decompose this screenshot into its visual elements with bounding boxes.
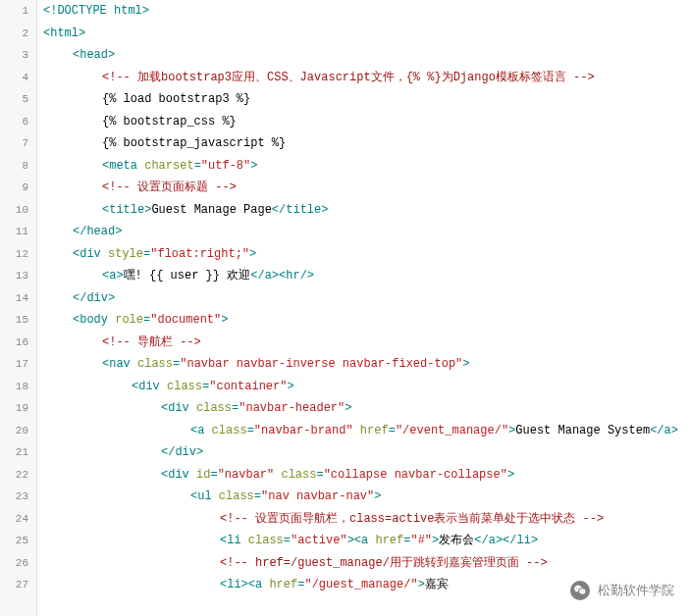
line-number: 10 xyxy=(0,199,36,222)
token-tpl: {% load bootstrap3 %} xyxy=(102,92,250,106)
token-attr-n: href xyxy=(360,424,389,437)
token-attr-v: "container" xyxy=(209,380,287,393)
code-line: </div> xyxy=(43,441,690,464)
code-line: <div class="navbar-header"> xyxy=(43,397,690,420)
token-tag: ><a xyxy=(347,534,376,547)
line-number: 6 xyxy=(0,111,36,133)
code-line: {% bootstrap_javascript %} xyxy=(43,132,690,155)
token-tag: <head> xyxy=(73,48,115,62)
line-number: 3 xyxy=(0,44,36,67)
token-attr-n: class xyxy=(167,380,202,393)
token-tag: > xyxy=(374,489,381,503)
line-number: 11 xyxy=(0,221,36,243)
code-line: <a>嘿! {{ user }} 欢迎</a><hr/> xyxy=(43,265,690,287)
token-cmt: <!-- 加载bootstrap3应用、CSS、Javascript文件，{% … xyxy=(102,71,595,84)
line-number: 17 xyxy=(0,353,36,376)
token-tag: = xyxy=(210,468,217,482)
line-number: 16 xyxy=(0,332,36,354)
line-number: 26 xyxy=(0,552,36,575)
token-tag: </title> xyxy=(272,203,329,217)
line-number: 18 xyxy=(0,376,36,398)
token-attr-v: "#" xyxy=(410,534,432,547)
token-tag xyxy=(353,424,360,437)
token-tag: <title> xyxy=(102,203,151,217)
token-attr-n: class xyxy=(137,357,173,371)
token-tag: > xyxy=(462,357,469,371)
token-tag: = xyxy=(284,534,291,547)
code-line: <head> xyxy=(43,44,690,67)
token-attr-v: "collapse navbar-collapse" xyxy=(324,468,507,482)
token-tag: = xyxy=(316,468,323,482)
token-attr-v: "active" xyxy=(291,534,347,547)
token-attr-n: role xyxy=(115,313,143,327)
token-attr-v: "navbar" xyxy=(218,468,275,482)
watermark-text: 松勤软件学院 xyxy=(598,582,674,599)
token-tag: = xyxy=(194,159,201,173)
code-line: <!-- 加载bootstrap3应用、CSS、Javascript文件，{% … xyxy=(43,67,690,89)
line-number: 9 xyxy=(0,177,36,199)
code-line: <!DOCTYPE html> xyxy=(43,0,690,23)
line-number: 2 xyxy=(0,23,36,45)
token-tag: > xyxy=(221,313,228,327)
token-tag: > xyxy=(287,380,293,393)
token-attr-v: "nav navbar-nav" xyxy=(261,489,374,503)
token-tag: </a><hr/> xyxy=(250,269,314,282)
token-attr-v: "navbar-header" xyxy=(239,401,345,415)
token-tag: <meta xyxy=(102,159,144,173)
token-attr-n: class xyxy=(248,534,284,547)
token-cmt: <!-- 设置页面导航栏，class=active表示当前菜单处于选中状态 --… xyxy=(220,512,604,526)
line-number: 15 xyxy=(0,309,36,332)
token-attr-v: "document" xyxy=(150,313,221,327)
code-line: <body role="document"> xyxy=(43,309,690,332)
line-number: 23 xyxy=(0,486,36,508)
token-tag: <ul xyxy=(190,489,219,503)
code-line: <div id="navbar" class="collapse navbar-… xyxy=(43,464,690,487)
line-number: 14 xyxy=(0,287,36,310)
token-tag: </div> xyxy=(161,445,203,459)
wechat-icon xyxy=(570,581,590,600)
line-number: 25 xyxy=(0,530,36,552)
token-attr-v: "float:right;" xyxy=(150,247,249,261)
token-cmt: <!-- 设置页面标题 --> xyxy=(102,180,237,194)
token-tpl: {% bootstrap_css %} xyxy=(102,115,237,128)
line-number: 20 xyxy=(0,420,36,442)
line-number: 22 xyxy=(0,464,36,487)
code-editor: 1234567891011121314151617181920212223242… xyxy=(0,0,690,616)
code-line: <ul class="nav navbar-nav"> xyxy=(43,486,690,508)
token-attr-n: class xyxy=(281,468,316,482)
token-attr-n: class xyxy=(212,424,247,437)
line-number: 27 xyxy=(0,574,36,596)
token-attr-v: "/guest_manage/" xyxy=(304,578,417,591)
watermark: 松勤软件学院 xyxy=(570,581,674,600)
line-number: 13 xyxy=(0,265,36,287)
token-attr-n: style xyxy=(108,247,143,261)
token-tag: </a> xyxy=(650,424,678,437)
token-cmt: <!-- href=/guest_manage/用于跳转到嘉宾管理页面 --> xyxy=(220,556,548,570)
code-line: <a class="navbar-brand" href="/event_man… xyxy=(43,420,690,442)
token-txt: 嘿! {{ user }} 欢迎 xyxy=(124,269,251,282)
code-line: <nav class="navbar navbar-inverse navbar… xyxy=(43,353,690,376)
line-number: 4 xyxy=(0,67,36,89)
line-number-gutter: 1234567891011121314151617181920212223242… xyxy=(0,0,37,616)
token-attr-n: id xyxy=(196,468,210,482)
code-line: <!-- 设置页面标题 --> xyxy=(43,177,690,199)
line-number: 5 xyxy=(0,88,36,111)
code-line: <!-- 设置页面导航栏，class=active表示当前菜单处于选中状态 --… xyxy=(43,508,690,531)
token-txt: 发布会 xyxy=(439,534,474,547)
token-tag: <nav xyxy=(102,357,137,371)
line-number: 21 xyxy=(0,441,36,464)
token-attr-n: href xyxy=(375,534,403,547)
token-tag: <html> xyxy=(43,26,85,40)
line-number: 12 xyxy=(0,243,36,266)
code-content: <!DOCTYPE html><html><head><!-- 加载bootst… xyxy=(37,0,690,616)
token-attr-v: "navbar-brand" xyxy=(254,424,353,437)
line-number: 24 xyxy=(0,508,36,531)
line-number: 7 xyxy=(0,132,36,155)
token-tag: = xyxy=(254,489,261,503)
token-tag: <li><a xyxy=(220,578,269,591)
token-tag: = xyxy=(389,424,396,437)
token-tpl: {% bootstrap_javascript %} xyxy=(102,136,286,150)
code-line: <div style="float:right;"> xyxy=(43,243,690,266)
token-txt: Guest Manage System xyxy=(515,424,650,437)
token-tag: </a></li> xyxy=(474,534,538,547)
